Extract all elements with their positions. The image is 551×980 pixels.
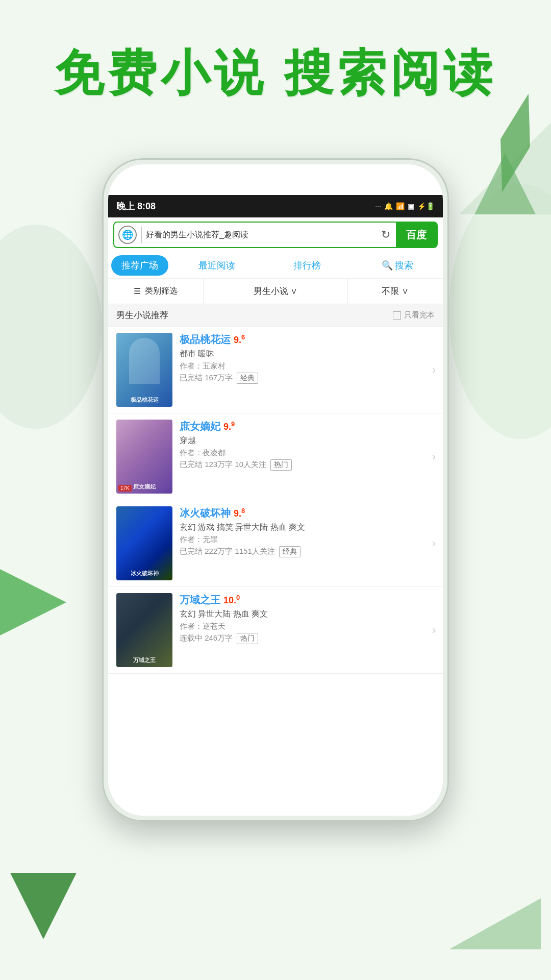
book-title-row-3: 冰火破坏神 9.8 bbox=[180, 506, 422, 520]
book-genre-1: 都市 暖昧 bbox=[180, 349, 422, 359]
signal-icon: ··· bbox=[375, 202, 381, 210]
book-tag-4: 热门 bbox=[237, 633, 258, 644]
book-cover-2: 庶女嫡妃 17K bbox=[116, 420, 172, 494]
tab-recent[interactable]: 最近阅读 bbox=[171, 252, 262, 278]
book-title-4: 万域之王 bbox=[180, 593, 220, 607]
only-complete-checkbox[interactable] bbox=[393, 311, 401, 320]
book-list: 极品桃花运 极品桃花运 9.6 都市 暖昧 作者：五家村 bbox=[108, 327, 443, 674]
filter-category-icon: ☰ bbox=[134, 286, 141, 296]
section-filter[interactable]: 只看完本 bbox=[393, 310, 435, 320]
status-icons: ··· 🔔 📶 ▣ ⚡🔋 bbox=[375, 202, 435, 210]
char-figure-1 bbox=[129, 338, 160, 384]
browser-divider bbox=[141, 227, 142, 243]
book-tag-3: 经典 bbox=[279, 546, 300, 557]
chevron-right-icon-3: › bbox=[432, 537, 436, 550]
filter-gender-label: 男生小说 ∨ bbox=[254, 285, 298, 297]
search-icon: 🔍 bbox=[382, 260, 393, 271]
book-tag-1: 经典 bbox=[237, 373, 258, 384]
book-item-3[interactable]: 冰火破坏神 冰火破坏神 9.8 玄幻 游戏 搞笑 异世大陆 热血 爽文 作者：无… bbox=[108, 500, 443, 587]
book-rating-2: 9.9 bbox=[223, 420, 235, 432]
book-info-1: 极品桃花运 9.6 都市 暖昧 作者：五家村 已完结 167万字 经典 bbox=[172, 333, 435, 384]
book-cover-1: 极品桃花运 bbox=[116, 333, 172, 407]
book-rating-1: 9.6 bbox=[234, 333, 245, 346]
baidu-button[interactable]: 百度 bbox=[396, 223, 437, 247]
book-genre-2: 穿越 bbox=[180, 435, 422, 446]
book-cover-4: 万域之王 bbox=[116, 593, 172, 667]
tab-search[interactable]: 🔍 搜索 bbox=[353, 252, 443, 278]
book-item[interactable]: 极品桃花运 极品桃花运 9.6 都市 暖昧 作者：五家村 bbox=[108, 327, 443, 413]
wifi-icon: 📶 bbox=[396, 202, 405, 210]
book-author-2: 作者：夜凌都 bbox=[180, 448, 422, 458]
screen-icon: ▣ bbox=[408, 202, 414, 210]
filter-category[interactable]: ☰ 类别筛选 bbox=[108, 279, 204, 304]
battery-icon: ⚡🔋 bbox=[417, 202, 435, 210]
screen: 晚上 8:08 ··· 🔔 📶 ▣ ⚡🔋 🌐 好看的男生小说推荐_趣阅读 ↻ bbox=[108, 195, 443, 816]
filter-bar: ☰ 类别筛选 男生小说 ∨ 不限 ∨ bbox=[108, 279, 443, 304]
cover-text-4: 万域之王 bbox=[118, 656, 170, 664]
book-rating-3: 9.8 bbox=[234, 507, 245, 519]
section-header: 男生小说推荐 只看完本 bbox=[108, 304, 443, 327]
header-title: 免费小说 搜索阅读 bbox=[0, 41, 551, 107]
book-item-2[interactable]: 庶女嫡妃 17K 庶女嫡妃 9.9 穿越 作者：夜凌都 bbox=[108, 413, 443, 500]
book-meta-4: 连载中 246万字 热门 bbox=[180, 633, 422, 644]
tab-search-inner: 🔍 搜索 bbox=[382, 259, 413, 272]
tab-ranking[interactable]: 排行榜 bbox=[262, 252, 352, 278]
book-genre-4: 玄幻 异世大陆 热血 爽文 bbox=[180, 609, 422, 620]
book-title-2: 庶女嫡妃 bbox=[180, 420, 220, 433]
globe-icon: 🌐 bbox=[118, 226, 137, 244]
book-title-3: 冰火破坏神 bbox=[180, 506, 231, 520]
status-time: 晚上 8:08 bbox=[116, 200, 156, 212]
bg-tri-top-right bbox=[459, 112, 551, 214]
mute-icon: 🔔 bbox=[384, 202, 393, 210]
book-title-1: 极品桃花运 bbox=[180, 333, 231, 347]
filter-gender[interactable]: 男生小说 ∨ bbox=[204, 279, 347, 304]
bg-tri-top-right2 bbox=[474, 153, 536, 214]
book-tag-2: 热门 bbox=[270, 459, 292, 471]
status-bar: 晚上 8:08 ··· 🔔 📶 ▣ ⚡🔋 bbox=[108, 195, 443, 217]
badge-17k: 17K bbox=[118, 485, 132, 492]
book-meta-3: 已完结 222万字 1151人关注 经典 bbox=[180, 546, 422, 557]
book-info-3: 冰火破坏神 9.8 玄幻 游戏 搞笑 异世大陆 热血 爽文 作者：无罪 已完结 … bbox=[172, 506, 435, 557]
browser-url[interactable]: 好看的男生小说推荐_趣阅读 bbox=[146, 230, 375, 240]
filter-limit-label: 不限 ∨ bbox=[382, 285, 409, 297]
chevron-right-icon-1: › bbox=[432, 363, 436, 377]
book-cover-3: 冰火破坏神 bbox=[116, 506, 172, 580]
book-title-row-1: 极品桃花运 9.6 bbox=[180, 333, 422, 347]
tab-bar: 推荐广场 最近阅读 排行榜 🔍 搜索 bbox=[108, 252, 443, 279]
book-author-4: 作者：逆苍天 bbox=[180, 622, 422, 631]
chevron-right-icon-2: › bbox=[432, 450, 436, 463]
filter-limit[interactable]: 不限 ∨ bbox=[347, 279, 443, 304]
bg-tri-bottom-right bbox=[449, 898, 541, 949]
book-title-row-2: 庶女嫡妃 9.9 bbox=[180, 420, 422, 433]
only-complete-label: 只看完本 bbox=[404, 310, 435, 320]
tab-recommended[interactable]: 推荐广场 bbox=[111, 255, 168, 276]
book-info-2: 庶女嫡妃 9.9 穿越 作者：夜凌都 已完结 123万字 10人关注 热门 bbox=[172, 420, 435, 471]
book-info-4: 万域之王 10.0 玄幻 异世大陆 热血 爽文 作者：逆苍天 连载中 246万字… bbox=[172, 593, 435, 644]
refresh-icon[interactable]: ↻ bbox=[375, 225, 396, 245]
book-author-1: 作者：五家村 bbox=[180, 361, 422, 371]
browser-bar[interactable]: 🌐 好看的男生小说推荐_趣阅读 ↻ 百度 bbox=[113, 222, 438, 248]
bg-oval-right bbox=[449, 184, 551, 439]
phone-mockup: 晚上 8:08 ··· 🔔 📶 ▣ ⚡🔋 🌐 好看的男生小说推荐_趣阅读 ↻ bbox=[102, 158, 449, 822]
chevron-right-icon-4: › bbox=[432, 624, 436, 637]
book-genre-3: 玄幻 游戏 搞笑 异世大陆 热血 爽文 bbox=[180, 522, 422, 533]
filter-category-label: 类别筛选 bbox=[145, 286, 178, 297]
bg-tri-left-mid bbox=[0, 561, 66, 643]
phone-outer: 晚上 8:08 ··· 🔔 📶 ▣ ⚡🔋 🌐 好看的男生小说推荐_趣阅读 ↻ bbox=[102, 158, 449, 822]
book-rating-4: 10.0 bbox=[223, 594, 240, 606]
book-item-4[interactable]: 万域之王 万域之王 10.0 玄幻 异世大陆 热血 爽文 作者：逆苍天 bbox=[108, 587, 443, 674]
header: 免费小说 搜索阅读 bbox=[0, 41, 551, 107]
cover-text-1: 极品桃花运 bbox=[118, 396, 170, 404]
book-author-3: 作者：无罪 bbox=[180, 535, 422, 545]
cover-text-3: 冰火破坏神 bbox=[118, 570, 170, 577]
bg-oval-left bbox=[0, 225, 102, 429]
bg-tri-left-bottom bbox=[10, 873, 77, 939]
book-meta-2: 已完结 123万字 10人关注 热门 bbox=[180, 459, 422, 471]
section-title: 男生小说推荐 bbox=[116, 309, 168, 321]
phone-inner: 晚上 8:08 ··· 🔔 📶 ▣ ⚡🔋 🌐 好看的男生小说推荐_趣阅读 ↻ bbox=[108, 164, 443, 816]
book-title-row-4: 万域之王 10.0 bbox=[180, 593, 422, 607]
book-meta-1: 已完结 167万字 经典 bbox=[180, 373, 422, 384]
